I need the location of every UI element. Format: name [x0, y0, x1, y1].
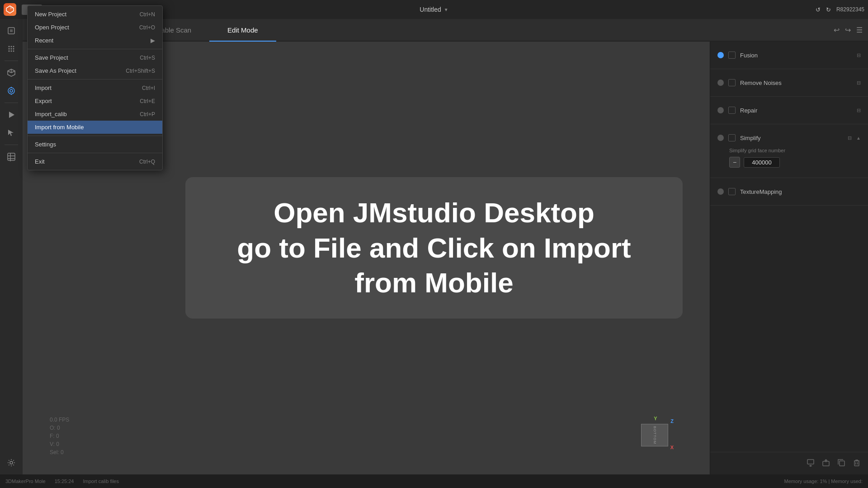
svg-rect-22: [8, 153, 15, 160]
sidebar-settings-icon[interactable]: [3, 455, 19, 471]
redo-tab-icon[interactable]: ↪: [845, 26, 851, 34]
cube-face[interactable]: BOTTOM: [641, 424, 668, 446]
simplify-checkbox[interactable]: [728, 134, 736, 141]
simplify-lock-icon[interactable]: ⊟: [848, 135, 852, 141]
stat-o: O: 0: [50, 424, 69, 432]
banner-line2: go to File and Click on Import from Mobi…: [222, 230, 646, 300]
rp-delete-icon[interactable]: [853, 459, 861, 469]
ctx-import-calib[interactable]: Import_calib Ctrl+P: [28, 108, 162, 121]
svg-point-17: [10, 89, 13, 92]
repair-status-icon: [717, 107, 724, 113]
simplify-label: Simplify: [740, 135, 843, 141]
redo-icon[interactable]: ↻: [826, 6, 831, 13]
status-memory: Memory usage: 1% | Memory used:: [784, 479, 863, 484]
ctx-import-mobile[interactable]: Import from Mobile: [28, 121, 162, 134]
ctx-import[interactable]: Import Ctrl+I: [28, 81, 162, 94]
panel-section-texture: TextureMapping: [710, 178, 868, 206]
stat-v: V: 0: [50, 440, 69, 448]
panel-fusion-row: Fusion ⊟: [710, 47, 868, 63]
svg-point-12: [13, 51, 14, 52]
noises-status-icon: [717, 80, 724, 86]
undo-icon[interactable]: ↩: [834, 26, 840, 34]
svg-point-6: [13, 46, 14, 47]
status-message: Import calib files: [83, 479, 118, 484]
refresh-icon[interactable]: ↺: [816, 6, 821, 13]
tab-edit-mode[interactable]: Edit Mode: [209, 19, 276, 42]
simplify-expand-icon[interactable]: ▲: [856, 136, 861, 141]
viewport-stats: 0.0 FPS O: 0 F: 0 V: 0 Sel: 0: [50, 416, 69, 456]
menu-icon[interactable]: ☰: [856, 26, 863, 34]
title-center: Untitled ▼: [420, 6, 448, 13]
top-right-icons: ↺ ↻ R82922345: [816, 6, 864, 13]
sidebar-texture-icon[interactable]: [3, 149, 19, 165]
ctx-settings[interactable]: Settings: [28, 138, 162, 151]
ctx-recent[interactable]: Recent ▶: [28, 34, 162, 47]
repair-lock-icon[interactable]: ⊟: [857, 108, 861, 113]
svg-point-4: [9, 46, 10, 47]
panel-simplify-row: Simplify ⊟ ▲: [710, 130, 868, 146]
title-chevron-icon[interactable]: ▼: [444, 7, 448, 12]
sidebar-cursor-icon[interactable]: [3, 125, 19, 141]
cube-x-label: X: [670, 445, 674, 450]
svg-point-7: [9, 48, 10, 50]
version-text: R82922345: [836, 6, 864, 13]
noises-checkbox[interactable]: [728, 79, 736, 86]
context-menu: New Project Ctrl+N Open Project Ctrl+O R…: [27, 5, 163, 170]
fusion-checkbox[interactable]: [728, 52, 736, 59]
rp-export-icon[interactable]: [822, 459, 830, 469]
sidebar-home-icon[interactable]: [3, 23, 19, 39]
panel-texture-row: TextureMapping: [710, 183, 868, 200]
svg-point-26: [10, 461, 13, 464]
right-panel-bottom: [710, 452, 868, 474]
panel-section-fusion: Fusion ⊟: [710, 42, 868, 69]
svg-point-5: [11, 46, 12, 47]
sidebar-cube-icon[interactable]: [3, 65, 19, 81]
sidebar-play-icon[interactable]: [3, 107, 19, 123]
tab-toolbar-right: ↩ ↪ ☰: [828, 19, 868, 41]
noises-label: Remove Noises: [740, 80, 852, 86]
ctx-save-as[interactable]: Save As Project Ctrl+Shift+S: [28, 64, 162, 77]
status-bar: 3DMakerPro Mole 15:25:24 Import calib fi…: [0, 474, 868, 488]
sidebar-scan-icon[interactable]: [3, 83, 19, 99]
simplify-decrement-button[interactable]: −: [729, 157, 740, 168]
simplify-value-display[interactable]: 400000: [744, 157, 780, 168]
panel-section-simplify: Simplify ⊟ ▲ Simplify grid face number −…: [710, 124, 868, 178]
stat-f: F: 0: [50, 432, 69, 440]
rp-copy-icon[interactable]: [837, 459, 845, 469]
svg-marker-21: [8, 130, 14, 136]
tab-spacer: [276, 19, 828, 41]
repair-checkbox[interactable]: [728, 107, 736, 114]
ctx-divider-3: [28, 136, 162, 136]
app-logo: [4, 3, 16, 16]
svg-point-16: [8, 88, 14, 94]
right-panel: Process Fusion ⊟ Remove Noises ⊟ Repair …: [710, 19, 868, 474]
panel-section-repair: Repair ⊟: [710, 97, 868, 124]
banner-line1: Open JMstudio Desktop: [222, 195, 646, 230]
stat-sel: Sel: 0: [50, 448, 69, 456]
cube-y-label: Y: [654, 416, 657, 421]
simplify-control: − 400000: [729, 157, 861, 168]
fusion-label: Fusion: [740, 52, 852, 59]
cube-indicator[interactable]: Y Z BOTTOM X: [637, 416, 674, 452]
sidebar-divider-3: [5, 145, 18, 145]
fusion-lock-icon[interactable]: ⊟: [857, 52, 861, 58]
ctx-divider-2: [28, 79, 162, 80]
ctx-open-project[interactable]: Open Project Ctrl+O: [28, 21, 162, 34]
simplify-sub-panel: Simplify grid face number − 400000: [710, 146, 868, 172]
repair-label: Repair: [740, 107, 852, 114]
ctx-exit[interactable]: Exit Ctrl+Q: [28, 155, 162, 168]
svg-point-11: [11, 51, 12, 52]
svg-rect-3: [10, 29, 13, 32]
panel-noises-row: Remove Noises ⊟: [710, 75, 868, 91]
ctx-export[interactable]: Export Ctrl+E: [28, 94, 162, 108]
svg-rect-36: [854, 461, 859, 466]
left-sidebar: [0, 19, 23, 474]
texture-label: TextureMapping: [740, 188, 861, 195]
rp-import-icon[interactable]: [807, 459, 815, 469]
texture-checkbox[interactable]: [728, 188, 736, 195]
ctx-save-project[interactable]: Save Project Ctrl+S: [28, 51, 162, 64]
noises-lock-icon[interactable]: ⊟: [857, 80, 861, 86]
sidebar-grid-icon[interactable]: [3, 41, 19, 57]
ctx-new-project[interactable]: New Project Ctrl+N: [28, 8, 162, 21]
svg-line-14: [8, 71, 11, 73]
